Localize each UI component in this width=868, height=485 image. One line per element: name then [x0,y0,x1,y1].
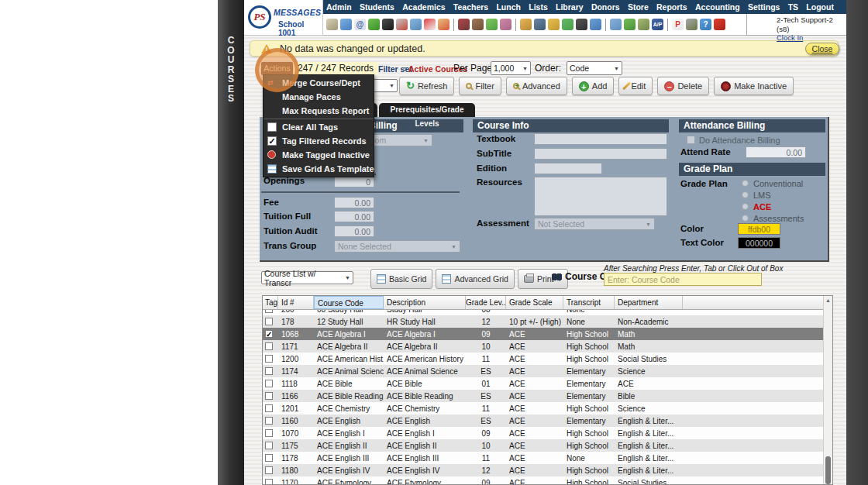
tag-checkbox[interactable] [265,442,273,449]
nav-item-logout[interactable]: Logout [806,2,834,12]
printer-icon[interactable] [686,19,698,30]
table-row[interactable]: 1180ACE English IVACE English IV12ACEHig… [263,464,832,476]
tag-checkbox[interactable] [265,310,273,313]
refresh-button[interactable]: ↻Refresh [399,77,454,95]
nav-item-students[interactable]: Students [360,2,394,12]
nav-item-admin[interactable]: Admin [326,2,352,12]
menu-item-manage-paces[interactable]: Manage Paces [264,90,374,104]
table-row[interactable]: 17812 Study HallHR Study Hall1210 pt +/-… [263,315,832,328]
menu-item-clear-all-tags[interactable]: Clear All Tags [264,120,374,134]
calendar-grid-icon[interactable] [340,19,352,30]
color-value-field[interactable]: ffdb00 [738,223,780,235]
edit-button[interactable]: Edit [618,77,653,95]
grid-view-select[interactable]: Course List w/ Transcr▼ [261,271,353,284]
nav-item-ts[interactable]: TS [788,2,798,12]
column-header-transcript[interactable]: Transcript [563,296,615,309]
phone-icon[interactable] [382,19,394,30]
table-row[interactable]: 1166ACE Bible ReadingACE Bible ReadingES… [263,390,832,402]
per-page-select[interactable]: 1,000▼ [491,61,531,75]
radio-assessments[interactable] [742,215,749,222]
fee-input[interactable] [334,197,374,208]
notification-close-button[interactable]: Close [805,43,839,55]
nav-item-teachers[interactable]: Teachers [453,2,488,12]
table-row[interactable]: 1160ACE EnglishACE EnglishESACEElementar… [263,414,832,427]
table-row[interactable]: 1070ACE English IACE English I09ACEHigh … [263,427,832,439]
chat-icon[interactable] [368,19,380,30]
order-select[interactable]: Code▼ [567,61,622,75]
nav-item-settings[interactable]: Settings [748,2,780,12]
staff-icon[interactable] [576,19,587,30]
horn-icon[interactable] [548,19,560,30]
nav-item-lists[interactable]: Lists [529,2,548,12]
date-icon[interactable] [424,19,436,30]
radio-conventional[interactable] [742,180,749,187]
resources-textarea[interactable] [534,177,667,216]
filter-button[interactable]: Filter [459,77,501,95]
table-row[interactable]: 1170ACE EtymologyACE Etymology09ACEHigh … [263,476,832,484]
nav-item-donors[interactable]: Donors [591,2,620,12]
textbook-input[interactable] [534,133,667,145]
nav-item-reports[interactable]: Reports [656,2,687,12]
advanced-grid-button[interactable]: Advanced Grid [436,269,514,289]
export-icon[interactable] [562,19,574,30]
tab-prerequisites-grade-levels[interactable]: Prerequisites/Grade Levels [379,103,475,117]
column-header-course-code[interactable]: Course Code [314,296,384,309]
tag-checkbox[interactable]: ✓ [265,330,273,338]
table-row[interactable]: 20008 Study HallStudy Hall08None [263,310,832,315]
scroll-up-arrow[interactable]: ▲ [824,298,832,303]
menu-item-make-tagged-inactive[interactable]: Make Tagged Inactive [264,148,374,162]
tag-checkbox[interactable] [265,380,273,387]
ticket-icon[interactable] [486,19,498,30]
table-row[interactable]: 1174ACE Animal ScienceACE Animal Science… [263,365,832,377]
add-student-icon[interactable] [458,19,470,30]
column-header-grade-scale[interactable]: Grade Scale [506,296,563,309]
help-icon[interactable]: ? [700,19,711,30]
tag-checkbox[interactable] [265,367,273,375]
tag-checkbox[interactable] [265,417,273,425]
radio-lms[interactable] [742,191,749,198]
assessment-select[interactable]: Not Selected▼ [534,218,655,230]
cash-icon[interactable] [638,19,649,30]
tuition-audit-input[interactable] [334,225,374,237]
menu-item-merge-course-dept[interactable]: Merge Course/Dept⇄ [264,76,374,90]
radio-ace[interactable] [742,203,749,210]
nav-item-academics[interactable]: Academics [402,2,445,12]
delete-button[interactable]: –Delete [657,77,709,95]
actions-button[interactable]: Actions [261,62,293,75]
pdf-icon[interactable]: P [672,19,684,30]
menu-item-save-grid-as-template[interactable]: Save Grid As Template [264,162,374,176]
table-row[interactable]: 1200ACE American Hist...ACE American His… [263,353,832,365]
tag-checkbox[interactable] [265,466,273,474]
nav-item-library[interactable]: Library [556,2,584,12]
clock-icon[interactable] [590,19,601,30]
power-icon[interactable] [714,19,725,30]
parent-icon[interactable] [500,19,512,30]
tag-checkbox[interactable] [265,355,273,363]
search-icon[interactable] [326,19,338,30]
clock-in-link[interactable]: Clock In [777,33,846,43]
column-header-department[interactable]: Department [615,296,683,309]
add-button[interactable]: +Add [572,77,615,95]
course-code-search-input[interactable] [604,273,762,286]
tag-checkbox[interactable] [265,318,273,325]
audio-icon[interactable] [396,19,408,30]
ap-icon[interactable]: A/P [652,19,663,30]
scrollbar-thumb[interactable] [825,456,831,484]
lunch-icon[interactable] [520,19,532,30]
table-row[interactable]: 1178ACE English IIIACE English III11ACEN… [263,452,832,464]
table-row[interactable]: 1201ACE ChemistryACE Chemistry11ACEHigh … [263,402,832,414]
do-attendance-billing-checkbox[interactable] [687,136,695,144]
column-header-id-#[interactable]: Id # [278,296,314,309]
table-row[interactable]: 1118ACE BibleACE Bible01ACEElementaryACE [263,377,832,390]
column-header-grade-lev-[interactable]: Grade Lev... [466,296,506,309]
tag-checkbox[interactable] [265,479,273,484]
table-row[interactable]: 1175ACE English IIACE English II10ACEHig… [263,439,832,452]
table-row[interactable]: ✓1068ACE Algebra IACE Algebra I09ACEHigh… [263,328,832,340]
menu-item-tag-filtered-records[interactable]: Tag Filtered Records✓ [264,134,374,148]
card-icon[interactable] [624,19,636,30]
tag-checkbox[interactable] [265,454,273,462]
nav-item-accounting[interactable]: Accounting [695,2,740,12]
tag-checkbox[interactable] [265,392,273,400]
photo-calendar-icon[interactable] [410,19,422,30]
tag-checkbox[interactable] [265,404,273,412]
